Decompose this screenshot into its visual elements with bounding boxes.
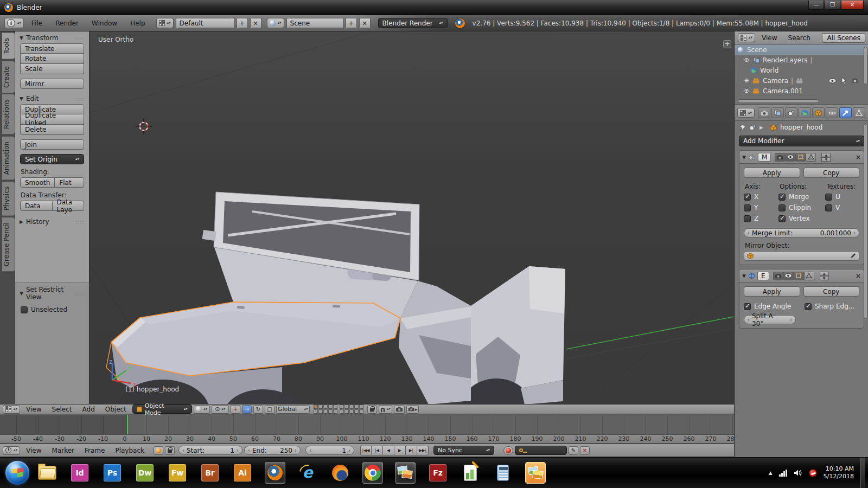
- render-visibility-toggle[interactable]: [773, 272, 783, 280]
- lock-to-scene-button[interactable]: [367, 405, 377, 414]
- collapse-button[interactable]: ▼: [742, 273, 746, 279]
- viewport-menu-object[interactable]: Object: [101, 406, 131, 413]
- interaction-mode-select[interactable]: Object Mode▴▾: [132, 404, 192, 414]
- taskbar-blender-button[interactable]: [265, 462, 285, 484]
- taskbar-photo-viewer-button[interactable]: [395, 462, 416, 484]
- info-editor-type-button[interactable]: i▴▾: [4, 18, 24, 28]
- timeline-playhead[interactable]: [127, 415, 128, 434]
- next-keyframe-button[interactable]: ▶|: [406, 446, 417, 455]
- network-icon[interactable]: [779, 470, 787, 477]
- split-angle-slider[interactable]: ‹Split A: 30°›: [744, 315, 796, 324]
- orientation-select[interactable]: Global▴▾: [276, 405, 310, 414]
- preview-range-button[interactable]: [154, 446, 163, 455]
- translate-manipulator-button[interactable]: →: [242, 405, 252, 414]
- eyedropper-icon[interactable]: [850, 253, 856, 259]
- play-button[interactable]: ▶: [394, 446, 406, 455]
- viewport-3d[interactable]: z y x User Ortho (1) hopper_hood +: [90, 31, 734, 404]
- sidebar-tab-create[interactable]: Create: [2, 61, 15, 93]
- modifier-name-field[interactable]: M: [758, 153, 771, 162]
- taskbar-clock[interactable]: 10:10 AM 5/12/2018: [824, 465, 854, 480]
- apply-modifier-button[interactable]: Apply: [744, 286, 800, 297]
- collapse-button[interactable]: ▼: [742, 155, 746, 160]
- sidebar-tab-physics[interactable]: Physics: [2, 181, 15, 216]
- viewport-menu-view[interactable]: View: [22, 406, 46, 413]
- insert-keyframe-button[interactable]: ✎: [569, 446, 578, 455]
- layout-add-button[interactable]: +: [237, 18, 248, 28]
- current-frame-field[interactable]: ‹1›: [305, 446, 354, 455]
- scene-name-field[interactable]: Scene: [286, 18, 343, 28]
- outliner-menu-view[interactable]: View: [757, 34, 781, 42]
- viewport-menu-select[interactable]: Select: [48, 406, 76, 413]
- texture-v-checkbox[interactable]: [825, 204, 832, 211]
- menubar-item-window[interactable]: Window: [86, 20, 123, 27]
- expand-icon[interactable]: ⊕: [743, 87, 750, 94]
- layout-name-field[interactable]: Default: [176, 18, 234, 28]
- editor-type-button[interactable]: ▴▾: [3, 446, 20, 455]
- taskbar-bridge-button[interactable]: Br: [200, 462, 220, 484]
- unselected-checkbox[interactable]: [21, 306, 28, 313]
- delete-keyframe-button[interactable]: ×: [580, 446, 590, 455]
- add-modifier-select[interactable]: Add Modifier▴▾: [739, 136, 864, 146]
- layers-widget[interactable]: [314, 404, 363, 414]
- outliner-item-camera-001[interactable]: ⊕ Camera.001: [735, 86, 868, 96]
- menubar-item-render[interactable]: Render: [50, 20, 84, 27]
- scale-manipulator-button[interactable]: □: [265, 405, 275, 414]
- viewport-visibility-toggle[interactable]: [783, 272, 794, 280]
- edge-angle-checkbox[interactable]: [744, 303, 751, 310]
- vertex-groups-checkbox[interactable]: [778, 215, 786, 222]
- sync-mode-select[interactable]: No Sync▴▾: [433, 446, 494, 455]
- show-desktop-button[interactable]: [860, 458, 865, 488]
- outliner-item-renderlayers[interactable]: ⊕ RenderLayers|: [735, 55, 868, 65]
- outliner-vertical-scrollbar[interactable]: [864, 47, 867, 85]
- taskbar-firefox-button[interactable]: [330, 462, 350, 484]
- taskbar-photoshop-button[interactable]: Ps: [102, 462, 123, 484]
- join-button[interactable]: Join: [20, 139, 84, 150]
- layout-delete-button[interactable]: ×: [250, 18, 261, 28]
- copy-modifier-button[interactable]: Copy: [803, 168, 860, 178]
- scene-delete-button[interactable]: ×: [359, 18, 371, 28]
- selectable-toggle-icon[interactable]: [841, 77, 846, 84]
- taskbar-photo-gallery-button[interactable]: [525, 462, 546, 484]
- sidebar-tab-grease-pencil[interactable]: Grease Pencil: [2, 217, 15, 272]
- menubar-item-help[interactable]: Help: [125, 20, 150, 27]
- timeline-menu-marker[interactable]: Marker: [48, 447, 79, 454]
- region-expand-button[interactable]: +: [723, 40, 731, 48]
- modifier-name-field[interactable]: E: [757, 272, 769, 280]
- taskbar-chrome-button[interactable]: [362, 462, 383, 484]
- model-hopper-hood[interactable]: [90, 31, 734, 404]
- viewport-visibility-toggle[interactable]: [785, 153, 795, 162]
- texture-u-checkbox[interactable]: [825, 194, 832, 201]
- pivot-select[interactable]: ⊙▴▾: [212, 405, 229, 414]
- volume-icon[interactable]: [794, 469, 802, 477]
- merge-limit-slider[interactable]: ‹Merge Limit: 0.001000›: [744, 228, 859, 237]
- tab-world[interactable]: [799, 107, 811, 118]
- smooth-button[interactable]: Smooth: [20, 177, 55, 188]
- window-minimize-button[interactable]: —: [808, 1, 824, 10]
- scene-browse-button[interactable]: ▴▾: [267, 18, 284, 28]
- layout-browse-button[interactable]: ▴▾: [156, 18, 174, 28]
- hide-toggle-eye-icon[interactable]: [828, 78, 837, 84]
- data-layout-button[interactable]: Data Layo: [53, 201, 85, 211]
- outliner-item-camera[interactable]: ⊕ Camera|: [735, 75, 868, 86]
- panel-header-history[interactable]: ▶ History ::::: [15, 215, 89, 227]
- axis-z-checkbox[interactable]: [744, 215, 751, 222]
- axis-y-checkbox[interactable]: [744, 204, 751, 211]
- timeline-menu-view[interactable]: View: [22, 447, 46, 454]
- taskbar-filezilla-button[interactable]: Fz: [427, 462, 448, 484]
- sharp-edges-checkbox[interactable]: [805, 303, 812, 310]
- duplicate-linked-button[interactable]: Duplicate Linked: [20, 114, 84, 125]
- tab-scene[interactable]: [785, 107, 797, 118]
- clipping-checkbox[interactable]: [778, 204, 786, 211]
- cage-toggle[interactable]: [806, 153, 816, 162]
- tab-render-layers[interactable]: [771, 107, 784, 118]
- render-toggle-icon[interactable]: [851, 78, 859, 84]
- play-reverse-button[interactable]: ◀: [383, 446, 394, 455]
- translate-button[interactable]: Translate: [20, 43, 84, 54]
- apply-modifier-button[interactable]: Apply: [744, 168, 800, 178]
- timeline-frames[interactable]: [0, 415, 734, 434]
- timeline-menu-playback[interactable]: Playback: [111, 447, 149, 454]
- render-visibility-toggle[interactable]: [775, 153, 785, 162]
- sidebar-tab-tools[interactable]: Tools: [2, 33, 15, 60]
- timeline-menu-frame[interactable]: Frame: [80, 447, 109, 454]
- move-modifier-down-button[interactable]: ▼: [820, 276, 829, 280]
